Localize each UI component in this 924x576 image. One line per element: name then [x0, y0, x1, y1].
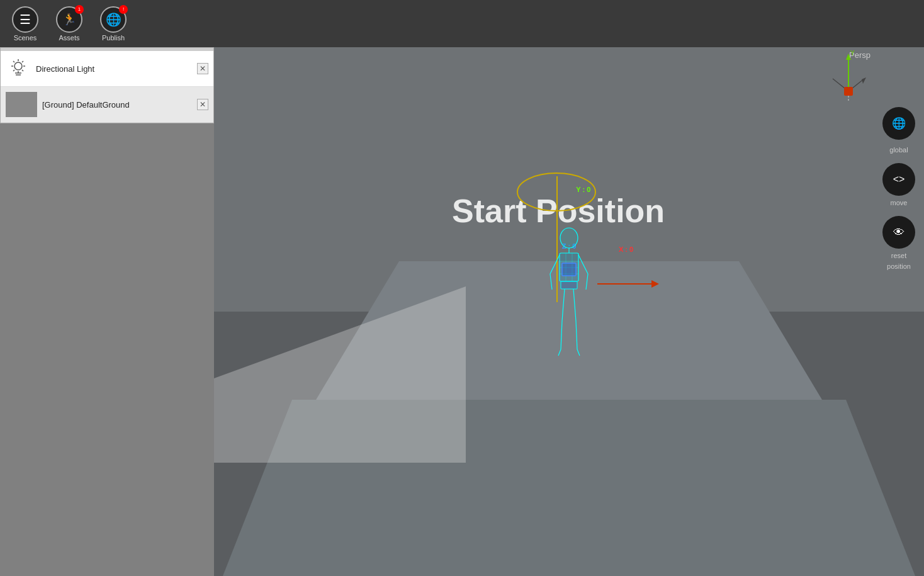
svg-line-8: [13, 70, 14, 71]
assets-badge: 1: [75, 5, 84, 14]
viewport[interactable]: Persp Start Position Y : 0 Z : 0 X : 0: [214, 47, 924, 576]
assets-icon: 🏃 1: [56, 6, 82, 33]
position-label: position: [887, 263, 911, 270]
svg-line-20: [562, 289, 565, 321]
reset-label: reset: [891, 252, 906, 259]
scene-item-default-ground[interactable]: [Ground] DefaultGround ✕: [1, 87, 213, 123]
scenes-icon: ☰: [12, 6, 38, 33]
svg-line-22: [573, 289, 576, 321]
publish-label: Publish: [102, 34, 125, 42]
scene-list: Directional Light ✕ [Ground] DefaultGrou…: [0, 47, 214, 123]
eye-icon: 👁: [893, 226, 904, 239]
svg-line-6: [22, 70, 23, 71]
svg-rect-31: [562, 263, 576, 276]
svg-rect-38: [844, 87, 853, 96]
toolbar: ☰ Scenes 🏃 1 Assets 🌐 ! Publish: [0, 0, 924, 47]
scenes-button[interactable]: ☰ Scenes: [6, 6, 44, 42]
svg-line-15: [550, 255, 560, 274]
svg-line-17: [578, 255, 588, 274]
assets-label: Assets: [59, 34, 79, 42]
publish-icon: 🌐 !: [100, 6, 127, 33]
move-label: move: [891, 199, 908, 206]
svg-marker-36: [862, 77, 866, 84]
left-panel: Directional Light ✕ [Ground] DefaultGrou…: [0, 47, 214, 576]
view-cube[interactable]: Y: [826, 50, 870, 101]
svg-line-21: [561, 321, 562, 349]
global-button[interactable]: 🌐: [882, 107, 915, 140]
publish-badge: !: [119, 5, 128, 14]
global-icon: 🌐: [892, 116, 906, 130]
scene-item-directional-light[interactable]: Directional Light ✕: [1, 51, 213, 87]
light-icon: [6, 56, 31, 81]
svg-line-7: [22, 61, 23, 62]
svg-point-12: [560, 228, 578, 248]
svg-line-5: [13, 61, 14, 62]
y-axis-label: Y : 0: [576, 186, 590, 193]
directional-light-close[interactable]: ✕: [197, 63, 208, 74]
global-label: global: [889, 146, 908, 154]
svg-line-16: [550, 274, 552, 290]
svg-text:Y: Y: [850, 50, 855, 57]
assets-button[interactable]: 🏃 1 Assets: [50, 6, 88, 42]
svg-line-25: [577, 349, 580, 356]
svg-line-24: [558, 349, 561, 356]
directional-light-label: Directional Light: [36, 64, 197, 74]
publish-button[interactable]: 🌐 ! Publish: [94, 6, 132, 42]
move-icon: <>: [893, 174, 905, 185]
default-ground-close[interactable]: ✕: [197, 99, 208, 110]
x-axis-label: X : 0: [619, 246, 633, 253]
reset-position-button[interactable]: 👁: [882, 216, 915, 249]
white-surface: [214, 286, 466, 463]
svg-rect-19: [561, 281, 577, 289]
svg-point-0: [14, 62, 22, 70]
move-button[interactable]: <>: [882, 163, 915, 196]
svg-line-18: [586, 274, 588, 290]
character-figure: [547, 227, 591, 365]
right-panel: 🌐 global <> move 👁 reset position: [874, 47, 924, 576]
svg-line-23: [576, 321, 577, 349]
ground-preview: [6, 92, 37, 117]
scenes-label: Scenes: [14, 34, 37, 42]
default-ground-label: [Ground] DefaultGround: [42, 100, 197, 110]
